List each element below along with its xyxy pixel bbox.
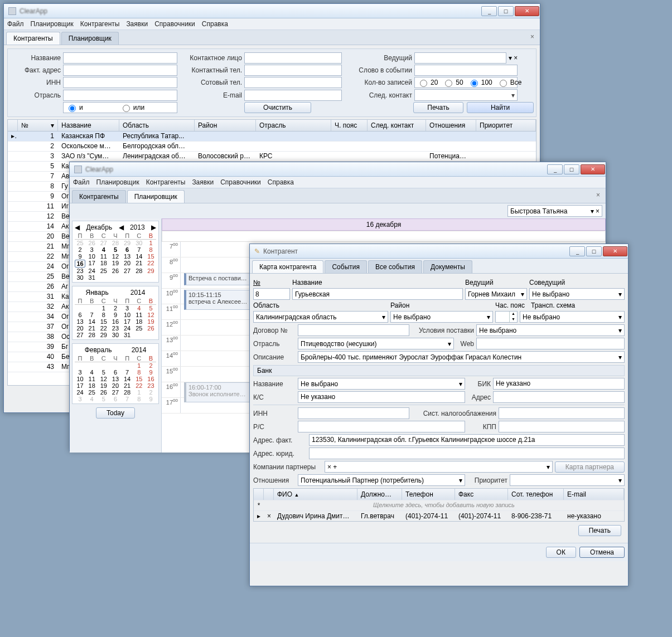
ccol-phone[interactable]: Телефон — [402, 489, 455, 500]
tab-close-icon[interactable]: × — [596, 191, 600, 199]
maximize-button[interactable] — [498, 6, 514, 16]
input-inn[interactable] — [63, 77, 177, 88]
col-name[interactable]: Название — [58, 120, 119, 131]
minimize-button[interactable] — [569, 246, 585, 256]
menu-requests[interactable]: Заявки — [192, 178, 214, 186]
maximize-button[interactable] — [586, 246, 602, 256]
calendar-jan[interactable]: Январь2014 ПВСЧПСВ 12345 6789101112 1314… — [72, 286, 159, 340]
minimize-button[interactable] — [547, 164, 563, 174]
radio-50[interactable]: 50 — [442, 78, 463, 87]
input-web[interactable] — [476, 338, 625, 349]
print-button[interactable]: Печать — [578, 525, 621, 536]
table-row[interactable]: 2 Оскольское м… Белгородская обл… — [8, 142, 536, 152]
clear-button[interactable]: Очистить — [244, 102, 311, 113]
user-select[interactable]: Быстрова Татьяна▾ × — [507, 205, 602, 217]
radio-all[interactable]: Все — [497, 78, 522, 87]
radio-or[interactable]: или — [120, 103, 144, 112]
field-ks[interactable]: Не указано — [298, 391, 465, 403]
ccol-fax[interactable]: Факс — [455, 489, 508, 500]
select-partners[interactable]: × +▾ — [325, 461, 553, 473]
ccol-email[interactable]: E-mail — [564, 489, 624, 500]
new-row-placeholder[interactable]: Щелкните здесь, чтобы добавить новую зап… — [264, 500, 624, 510]
calendar-feb[interactable]: Февраль2014 ПВСЧПСВ 12 3456789 101112131… — [72, 343, 159, 404]
close-button[interactable]: ✕ — [603, 246, 627, 256]
input-no[interactable] — [253, 288, 290, 300]
col-tz[interactable]: Ч. пояс — [331, 120, 368, 131]
tab-documents[interactable]: Документы — [423, 260, 472, 273]
menu-requests[interactable]: Заявки — [126, 20, 148, 28]
titlebar-w1[interactable]: ClearApp ✕ — [4, 4, 540, 18]
tab-contragents[interactable]: Контрагенты — [6, 32, 60, 45]
ccol-mob[interactable]: Сот. телефон — [508, 489, 564, 500]
next-year-icon[interactable]: ▶ — [151, 223, 156, 231]
prev-month-icon[interactable]: ◀ — [75, 223, 80, 231]
col-region[interactable]: Область — [119, 120, 195, 131]
tab-contragents[interactable]: Контрагенты — [72, 190, 126, 203]
today-button[interactable]: Today — [96, 407, 135, 419]
cancel-button[interactable]: Отмена — [579, 547, 625, 558]
tab-close-icon[interactable]: × — [530, 33, 534, 41]
titlebar-w3[interactable]: Контрагент ✕ — [250, 244, 628, 259]
input-name[interactable]: Гурьевская — [292, 288, 463, 300]
input-contract[interactable] — [298, 324, 409, 336]
tab-planner[interactable]: Планировщик — [127, 190, 185, 203]
radio-20[interactable]: 20 — [417, 78, 438, 87]
select-prio[interactable]: ▾ — [510, 474, 625, 486]
table-row[interactable]: 3 ЗАО п/з "Сум… Ленинградская об… Волосо… — [8, 152, 536, 162]
menu-planner[interactable]: Планировщик — [31, 20, 74, 28]
col-no[interactable]: № ▾ — [18, 120, 58, 131]
menu-references[interactable]: Справочники — [154, 20, 195, 28]
table-row[interactable]: ▸ 1 Казанская ПФ Республика Татар... — [8, 132, 536, 142]
input-kpp[interactable] — [499, 421, 625, 432]
tab-events[interactable]: События — [325, 260, 367, 273]
spinner-tz[interactable]: ▲▼ — [495, 311, 518, 323]
input-tax[interactable] — [499, 407, 625, 419]
select-industry[interactable]: Птицеводство (несушки)▾ — [298, 338, 454, 349]
tab-allevents[interactable]: Все события — [368, 260, 422, 273]
input-rs[interactable] — [298, 421, 465, 432]
ccol-pos[interactable]: Должно… — [357, 489, 402, 500]
input-desc[interactable]: Бройлеры-400 тыс. применяют Эурослат Эур… — [298, 351, 625, 363]
select-delivery[interactable]: Не выбрано▾ — [476, 324, 625, 336]
select-bankname[interactable]: Не выбрано▾ — [298, 378, 465, 390]
menu-references[interactable]: Справочники — [220, 178, 261, 186]
input-cphone[interactable] — [244, 65, 342, 76]
menu-contragents[interactable]: Контрагенты — [146, 178, 186, 186]
partner-card-button[interactable]: Карта партнера — [555, 461, 625, 473]
select-lead[interactable]: Горнев Михаил▾ — [465, 288, 527, 300]
lead-dropdown-icon[interactable]: ▾ × — [506, 54, 520, 62]
maximize-button[interactable] — [564, 164, 579, 174]
input-addr[interactable] — [63, 65, 177, 76]
prev-year-icon[interactable]: ◀ — [119, 223, 124, 231]
tab-planner[interactable]: Планировщик — [61, 32, 119, 45]
radio-and[interactable]: и — [66, 103, 83, 112]
titlebar-w2[interactable]: ClearApp ✕ — [70, 162, 606, 177]
select-transp[interactable]: Не выбрано▾ — [520, 311, 625, 323]
minimize-button[interactable] — [481, 6, 497, 16]
contacts-grid[interactable]: ФИО ▲ Должно… Телефон Факс Сот. телефон … — [253, 488, 625, 522]
menu-file[interactable]: Файл — [73, 178, 90, 186]
input-factaddr[interactable]: 123530, Калининградская обл. г.Гурьевск … — [309, 434, 625, 446]
input-lead[interactable] — [414, 52, 506, 64]
find-button[interactable]: Найти — [467, 102, 534, 113]
field-bankaddr[interactable] — [493, 391, 625, 403]
ccol-fio[interactable]: ФИО ▲ — [274, 489, 357, 500]
input-industry[interactable] — [63, 90, 177, 101]
col-district[interactable]: Район — [195, 120, 256, 131]
select-rel[interactable]: Потенциальный Партнер (потребитель)▾ — [298, 474, 465, 486]
contact-row[interactable]: ▸ × Дудович Ирина Дмит… Гл.ветврач (401)… — [254, 510, 624, 521]
select-nextcontact[interactable]: ▾ — [414, 89, 518, 101]
ok-button[interactable]: ОК — [546, 547, 576, 558]
col-industry[interactable]: Отрасль — [256, 120, 331, 131]
tab-card[interactable]: Карта контрагента — [252, 260, 323, 273]
input-inn[interactable] — [298, 407, 409, 419]
input-mphone[interactable] — [244, 77, 342, 88]
col-prio[interactable]: Приоритет — [476, 120, 536, 131]
input-legaddr[interactable] — [309, 448, 625, 459]
close-button[interactable]: ✕ — [581, 164, 605, 174]
menu-help[interactable]: Справка — [202, 20, 228, 28]
input-name[interactable] — [63, 52, 177, 64]
menu-contragents[interactable]: Контрагенты — [80, 20, 120, 28]
print-button[interactable]: Печать — [413, 102, 463, 113]
select-colead[interactable]: Не выбрано▾ — [529, 288, 625, 300]
